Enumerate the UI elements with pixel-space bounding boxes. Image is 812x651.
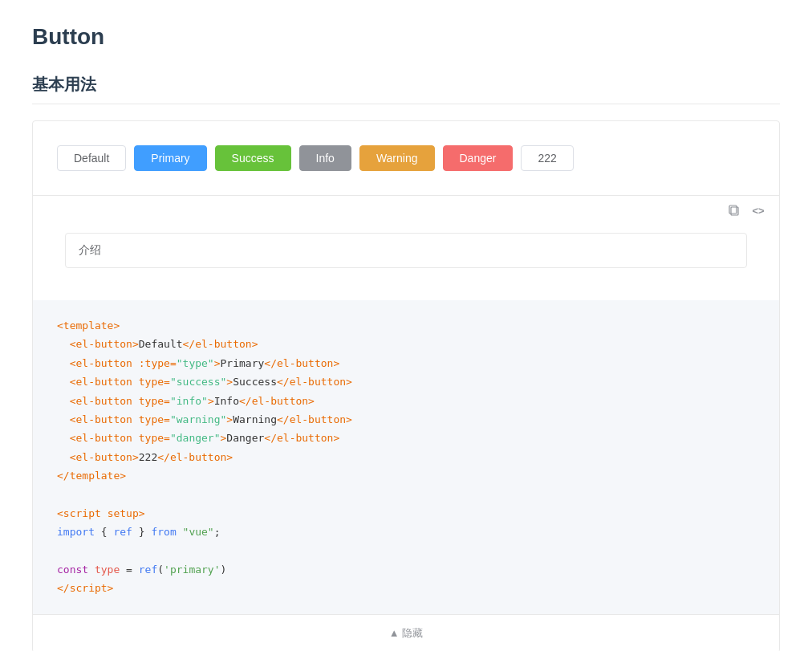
code-area: <template> <el-button>Default</el-button…: [33, 300, 779, 614]
button-default[interactable]: Default: [57, 145, 126, 171]
hide-bar[interactable]: ▲ 隐藏: [33, 614, 779, 651]
code-block: <template> <el-button>Default</el-button…: [57, 316, 755, 598]
description-text: 介绍: [79, 243, 101, 256]
button-primary[interactable]: Primary: [134, 145, 206, 171]
button-info[interactable]: Info: [299, 145, 351, 171]
button-warning[interactable]: Warning: [359, 145, 435, 171]
buttons-area: Default Primary Success Info Warning Dan…: [33, 121, 779, 195]
button-danger[interactable]: Danger: [443, 145, 514, 171]
page-title: Button: [32, 24, 780, 50]
demo-card: Default Primary Success Info Warning Dan…: [32, 120, 780, 651]
section-title: 基本用法: [32, 74, 780, 96]
section-divider: [32, 104, 780, 104]
code-icon[interactable]: <>: [750, 202, 766, 218]
page-container: Button 基本用法 Default Primary Success Info…: [0, 0, 812, 651]
hide-label: ▲ 隐藏: [389, 626, 423, 641]
toolbar-area: <>: [33, 195, 779, 225]
button-success[interactable]: Success: [215, 145, 291, 171]
copy-icon[interactable]: [726, 202, 742, 218]
button-custom[interactable]: 222: [521, 145, 573, 171]
description-box: 介绍: [65, 233, 747, 268]
